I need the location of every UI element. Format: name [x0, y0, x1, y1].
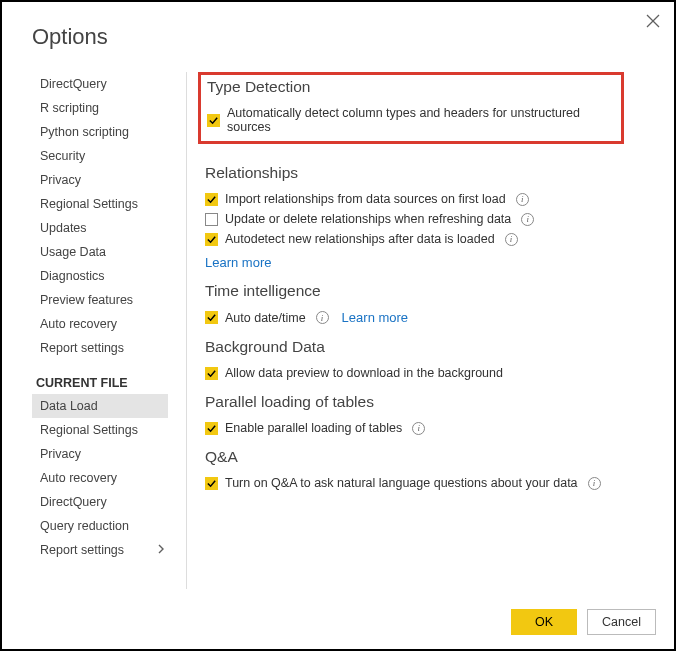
allow-preview-label: Allow data preview to download in the ba… — [225, 366, 503, 380]
time-intel-learn-more-link[interactable]: Learn more — [342, 310, 408, 325]
info-icon[interactable]: i — [521, 213, 534, 226]
cancel-button[interactable]: Cancel — [587, 609, 656, 635]
sidebar-item[interactable]: Report settings — [32, 538, 168, 562]
info-icon[interactable]: i — [316, 311, 329, 324]
autodetect-relationships-checkbox[interactable] — [205, 233, 218, 246]
sidebar-item[interactable]: DirectQuery — [32, 72, 168, 96]
relationships-learn-more-link[interactable]: Learn more — [205, 255, 271, 270]
background-data-heading: Background Data — [205, 338, 656, 356]
qna-heading: Q&A — [205, 448, 656, 466]
chevron-right-icon — [156, 543, 166, 557]
sidebar-nav: DirectQueryR scriptingPython scriptingSe… — [32, 72, 168, 589]
update-relationships-label: Update or delete relationships when refr… — [225, 212, 511, 226]
import-relationships-checkbox[interactable] — [205, 193, 218, 206]
sidebar-item[interactable]: Diagnostics — [32, 264, 168, 288]
sidebar-item[interactable]: Regional Settings — [32, 418, 168, 442]
parallel-loading-label: Enable parallel loading of tables — [225, 421, 402, 435]
sidebar-item[interactable]: Regional Settings — [32, 192, 168, 216]
auto-detect-label: Automatically detect column types and he… — [227, 106, 615, 134]
sidebar-item[interactable]: Auto recovery — [32, 466, 168, 490]
sidebar-item[interactable]: Query reduction — [32, 514, 168, 538]
update-relationships-checkbox[interactable] — [205, 213, 218, 226]
ok-button[interactable]: OK — [511, 609, 577, 635]
import-relationships-label: Import relationships from data sources o… — [225, 192, 506, 206]
sidebar-item[interactable]: Python scripting — [32, 120, 168, 144]
sidebar-item[interactable]: Auto recovery — [32, 312, 168, 336]
parallel-loading-checkbox[interactable] — [205, 422, 218, 435]
content-pane: Type Detection Automatically detect colu… — [187, 72, 656, 589]
sidebar-item[interactable]: Privacy — [32, 168, 168, 192]
auto-detect-checkbox[interactable] — [207, 114, 220, 127]
current-file-heading: CURRENT FILE — [32, 360, 168, 394]
sidebar-item[interactable]: Usage Data — [32, 240, 168, 264]
time-intelligence-heading: Time intelligence — [205, 282, 656, 300]
auto-date-time-checkbox[interactable] — [205, 311, 218, 324]
info-icon[interactable]: i — [505, 233, 518, 246]
info-icon[interactable]: i — [412, 422, 425, 435]
type-detection-heading: Type Detection — [207, 78, 615, 96]
sidebar-item[interactable]: DirectQuery — [32, 490, 168, 514]
autodetect-relationships-label: Autodetect new relationships after data … — [225, 232, 495, 246]
qna-checkbox[interactable] — [205, 477, 218, 490]
dialog-title: Options — [2, 2, 674, 50]
sidebar-item[interactable]: Security — [32, 144, 168, 168]
sidebar-item[interactable]: Updates — [32, 216, 168, 240]
info-icon[interactable]: i — [588, 477, 601, 490]
sidebar-item[interactable]: Preview features — [32, 288, 168, 312]
auto-date-time-label: Auto date/time — [225, 311, 306, 325]
sidebar-item[interactable]: Privacy — [32, 442, 168, 466]
info-icon[interactable]: i — [516, 193, 529, 206]
parallel-loading-heading: Parallel loading of tables — [205, 393, 656, 411]
sidebar-item[interactable]: R scripting — [32, 96, 168, 120]
sidebar-item[interactable]: Report settings — [32, 336, 168, 360]
type-detection-highlight: Type Detection Automatically detect colu… — [198, 72, 624, 144]
allow-preview-checkbox[interactable] — [205, 367, 218, 380]
qna-label: Turn on Q&A to ask natural language ques… — [225, 476, 578, 490]
relationships-heading: Relationships — [205, 164, 656, 182]
dialog-footer: OK Cancel — [511, 609, 656, 635]
close-button[interactable] — [646, 14, 660, 28]
sidebar-item[interactable]: Data Load — [32, 394, 168, 418]
